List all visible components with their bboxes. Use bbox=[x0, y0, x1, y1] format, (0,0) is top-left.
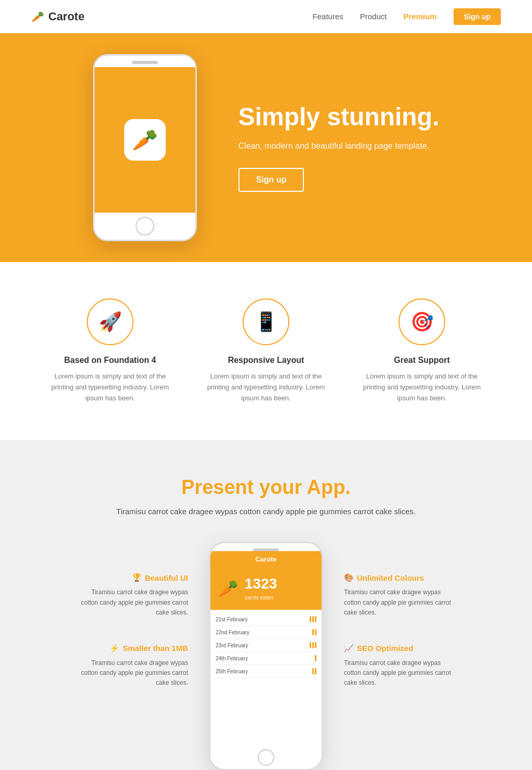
app-carrot-icon: 🥕 bbox=[132, 128, 158, 152]
features-section: 🚀 Based on Foundation 4 Lorem ipsum is s… bbox=[0, 262, 532, 440]
mobile-icon: 📱 bbox=[243, 298, 289, 345]
cp-label: carots eaten bbox=[245, 595, 273, 601]
hero-text: Simply stunning. Clean, modern and beaut… bbox=[238, 103, 440, 192]
feature-beautiful-ui-title: 🏆 Beautiful UI bbox=[74, 573, 188, 582]
support-icon: 🎯 bbox=[398, 298, 445, 345]
palette-icon: 🎨 bbox=[344, 573, 354, 582]
hero-section: 🥕 Simply stunning. Clean, modern and bea… bbox=[0, 33, 532, 262]
table-row: 21st February bbox=[216, 613, 316, 626]
row-bars-5 bbox=[312, 668, 316, 674]
app-section-heading: Present your App. bbox=[31, 476, 501, 499]
app-right-features: 🎨 Unlimited Colours Tiramisu carrot cake… bbox=[344, 542, 458, 688]
bar bbox=[312, 642, 314, 648]
bar bbox=[315, 616, 316, 622]
bar bbox=[315, 655, 316, 661]
row-date-4: 24th February bbox=[216, 656, 248, 661]
app-left-features: 🏆 Beautiful UI Tiramisu carrot cake drag… bbox=[74, 542, 188, 688]
feature-support: 🎯 Great Support Lorem ipsum is simply an… bbox=[360, 298, 484, 403]
table-row: 22nd February bbox=[216, 626, 316, 639]
phone-home-button bbox=[136, 217, 154, 236]
feature-responsive: 📱 Responsive Layout Lorem ipsum is simpl… bbox=[204, 298, 328, 403]
cp-app-name: Carote bbox=[210, 551, 322, 567]
feature-seo-desc: Tiramisu carrot cake dragee wypas cotton… bbox=[344, 658, 458, 688]
nav-features[interactable]: Features bbox=[313, 12, 343, 21]
feature-beautiful-ui-desc: Tiramisu carrot cake dragee wypas cotton… bbox=[74, 588, 188, 618]
feature-support-title: Great Support bbox=[394, 356, 450, 365]
cp-count: 1323 carots eaten bbox=[245, 576, 277, 602]
bolt-icon: ⚡ bbox=[110, 644, 119, 653]
table-row: 25th February bbox=[216, 665, 316, 678]
feature-foundation-desc: Lorem ipsum is simply and text of the pr… bbox=[48, 371, 172, 403]
bar bbox=[312, 629, 314, 635]
cp-screen-hero: 🥕 1323 carots eaten bbox=[210, 567, 322, 610]
logo-text: Carote bbox=[48, 10, 85, 23]
rocket-icon: 🚀 bbox=[87, 298, 134, 345]
row-date-5: 25th February bbox=[216, 669, 248, 674]
center-phone: Carote 🥕 1323 carots eaten 21st February bbox=[209, 542, 323, 770]
hero-phone: 🥕 bbox=[93, 54, 207, 241]
feature-foundation-title: Based on Foundation 4 bbox=[64, 356, 156, 365]
feature-foundation: 🚀 Based on Foundation 4 Lorem ipsum is s… bbox=[48, 298, 172, 403]
table-row: 24th February bbox=[216, 652, 316, 665]
navbar: 🥕 Carote Features Product Premium Sign u… bbox=[0, 0, 532, 33]
row-bars-4 bbox=[315, 655, 316, 661]
table-row: 23rd February bbox=[216, 639, 316, 652]
app-section-header: Present your App. Tiramisu carrot cake d… bbox=[31, 476, 501, 516]
cp-carrot-icon: 🥕 bbox=[218, 579, 238, 598]
feature-small-size-desc: Tiramisu carrot cake dragee wypas cotton… bbox=[74, 658, 188, 688]
logo[interactable]: 🥕 Carote bbox=[31, 10, 85, 23]
cp-number: 1323 bbox=[245, 576, 277, 592]
hero-signup-button[interactable]: Sign up bbox=[238, 168, 304, 192]
trophy-icon: 🏆 bbox=[132, 573, 142, 582]
feature-beautiful-ui: 🏆 Beautiful UI Tiramisu carrot cake drag… bbox=[74, 573, 188, 618]
feature-responsive-desc: Lorem ipsum is simply and text of the pr… bbox=[204, 371, 328, 403]
row-date-1: 21st February bbox=[216, 617, 248, 622]
carrot-logo-icon: 🥕 bbox=[31, 10, 44, 23]
feature-colours-desc: Tiramisu carrot cake dragee wypas cotton… bbox=[344, 588, 458, 618]
row-bars-3 bbox=[310, 642, 316, 648]
phone-app-icon: 🥕 bbox=[124, 119, 166, 161]
feature-small-size-title: ⚡ Smaller than 1MB bbox=[74, 644, 188, 653]
phone-frame: 🥕 bbox=[93, 54, 197, 241]
cp-home-button bbox=[258, 749, 274, 766]
feature-seo-title: 📈 SEO Optimized bbox=[344, 644, 458, 653]
feature-colours: 🎨 Unlimited Colours Tiramisu carrot cake… bbox=[344, 573, 458, 618]
chart-icon: 📈 bbox=[344, 644, 354, 653]
app-section-subtext: Tiramisu carrot cake dragee wypas cotton… bbox=[31, 507, 501, 516]
bar bbox=[315, 668, 316, 674]
bar bbox=[312, 616, 314, 622]
cp-rows: 21st February 22nd February bbox=[210, 610, 322, 681]
feature-support-desc: Lorem ipsum is simply and text of the pr… bbox=[360, 371, 484, 403]
app-section: Present your App. Tiramisu carrot cake d… bbox=[0, 440, 532, 770]
app-content: 🏆 Beautiful UI Tiramisu carrot cake drag… bbox=[31, 542, 501, 770]
bar bbox=[315, 629, 316, 635]
row-date-3: 23rd February bbox=[216, 643, 248, 648]
hero-subtext: Clean, modern and beautiful landing page… bbox=[238, 139, 440, 153]
feature-seo: 📈 SEO Optimized Tiramisu carrot cake dra… bbox=[344, 644, 458, 688]
bar bbox=[310, 616, 311, 622]
row-bars-1 bbox=[310, 616, 316, 622]
nav-links: Features Product Premium Sign up bbox=[313, 8, 501, 25]
center-phone-wrap: Carote 🥕 1323 carots eaten 21st February bbox=[209, 542, 323, 770]
bar bbox=[312, 668, 314, 674]
phone-speaker bbox=[132, 61, 158, 64]
feature-colours-title: 🎨 Unlimited Colours bbox=[344, 573, 458, 582]
nav-signup-button[interactable]: Sign up bbox=[454, 8, 501, 25]
row-date-2: 22nd February bbox=[216, 630, 249, 635]
bar bbox=[310, 642, 311, 648]
phone-screen: 🥕 bbox=[95, 67, 195, 213]
bar bbox=[315, 642, 316, 648]
hero-headline: Simply stunning. bbox=[238, 103, 440, 131]
row-bars-2 bbox=[312, 629, 316, 635]
nav-premium[interactable]: Premium bbox=[403, 12, 436, 21]
feature-responsive-title: Responsive Layout bbox=[228, 356, 304, 365]
cp-screen: Carote 🥕 1323 carots eaten 21st February bbox=[210, 551, 322, 746]
nav-product[interactable]: Product bbox=[360, 12, 387, 21]
feature-small-size: ⚡ Smaller than 1MB Tiramisu carrot cake … bbox=[74, 644, 188, 688]
